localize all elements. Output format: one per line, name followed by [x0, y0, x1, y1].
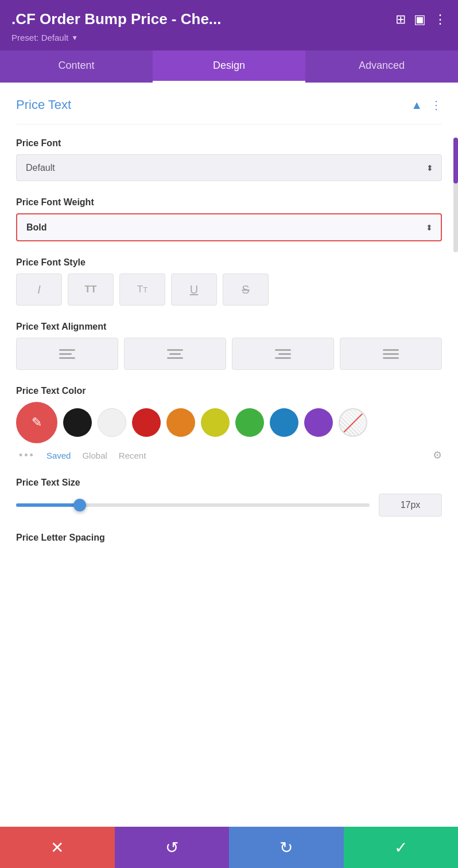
redo-button[interactable]: ↻: [229, 827, 344, 868]
header-top: .CF Order Bump Price - Che... ⊞ ▣ ⋮: [11, 10, 447, 28]
alignment-buttons: [16, 338, 442, 370]
more-colors-dots[interactable]: •••: [19, 449, 35, 462]
price-text-alignment-label: Price Text Alignment: [16, 322, 442, 332]
uppercase-button[interactable]: TT: [68, 273, 114, 306]
price-font-style-label: Price Font Style: [16, 257, 442, 268]
tab-content[interactable]: Content: [0, 50, 153, 83]
color-swatch-purple[interactable]: [304, 408, 333, 437]
price-font-select[interactable]: Default Arial Georgia Helvetica Times Ne…: [17, 155, 441, 181]
price-font-style-group: Price Font Style I TT TT U S: [16, 257, 442, 306]
save-button[interactable]: ✓: [344, 827, 459, 868]
color-swatch-yellow[interactable]: [201, 408, 230, 437]
color-tab-saved[interactable]: Saved: [46, 451, 71, 460]
underline-button[interactable]: U: [171, 273, 217, 306]
line1: [167, 349, 183, 351]
price-font-group: Price Font Default Arial Georgia Helveti…: [16, 138, 442, 181]
tabs-bar: Content Design Advanced: [0, 50, 458, 83]
line2: [59, 353, 72, 355]
cancel-icon: ✕: [51, 838, 64, 857]
align-left-button[interactable]: [16, 338, 118, 370]
line3: [167, 357, 183, 359]
save-icon: ✓: [394, 838, 407, 857]
price-text-size-slider-row: 17px: [16, 494, 442, 517]
price-text-color-group: Price Text Color ✎ ••• Saved Global Rece…: [16, 386, 442, 462]
price-font-label: Price Font: [16, 138, 442, 148]
line3: [59, 357, 75, 359]
color-settings-icon[interactable]: ⚙: [433, 449, 442, 462]
line1: [275, 349, 291, 351]
color-tabs-row: ••• Saved Global Recent ⚙: [16, 449, 442, 462]
undo-icon: ↺: [165, 838, 178, 857]
color-tab-recent[interactable]: Recent: [119, 451, 146, 460]
price-font-weight-select[interactable]: Thin Light Regular Bold Extra Bold Black: [17, 214, 441, 240]
section-header: Price Text ▲ ⋮: [16, 83, 442, 124]
bottom-bar: ✕ ↺ ↻ ✓: [0, 827, 458, 868]
preset-dropdown-arrow: ▼: [71, 34, 78, 42]
cancel-button[interactable]: ✕: [0, 827, 115, 868]
page-title: .CF Order Bump Price - Che...: [11, 10, 222, 28]
capitalize-button[interactable]: TT: [119, 273, 165, 306]
line3: [275, 357, 291, 359]
font-style-buttons: I TT TT U S: [16, 273, 442, 306]
color-swatch-green[interactable]: [235, 408, 264, 437]
color-swatch-red[interactable]: [132, 408, 161, 437]
scrollbar-thumb[interactable]: [453, 138, 458, 183]
color-swatch-white[interactable]: [98, 408, 126, 437]
header-icons: ⊞ ▣ ⋮: [395, 12, 447, 27]
line1: [59, 349, 75, 351]
line2: [383, 353, 399, 355]
color-swatch-none[interactable]: [339, 408, 367, 437]
eyedropper-icon: ✎: [32, 415, 42, 430]
price-text-size-label: Price Text Size: [16, 478, 442, 488]
tab-design[interactable]: Design: [153, 50, 305, 83]
price-font-weight-select-wrapper: Thin Light Regular Bold Extra Bold Black…: [16, 213, 442, 241]
align-justify-button[interactable]: [340, 338, 442, 370]
slider-thumb[interactable]: [73, 499, 86, 511]
price-text-alignment-group: Price Text Alignment: [16, 322, 442, 370]
frame-icon[interactable]: ⊞: [395, 12, 406, 27]
align-center-icon: [167, 349, 183, 359]
collapse-icon[interactable]: ▲: [411, 99, 422, 112]
italic-button[interactable]: I: [16, 273, 62, 306]
align-justify-icon: [383, 349, 399, 359]
eyedropper-swatch[interactable]: ✎: [16, 402, 57, 443]
price-text-color-label: Price Text Color: [16, 386, 442, 396]
redo-icon: ↻: [280, 838, 293, 857]
columns-icon[interactable]: ▣: [414, 12, 426, 27]
color-tab-global[interactable]: Global: [82, 451, 107, 460]
slider-track[interactable]: [16, 503, 370, 507]
price-letter-spacing-group: Price Letter Spacing: [16, 533, 442, 543]
strikethrough-button[interactable]: S: [223, 273, 269, 306]
header: .CF Order Bump Price - Che... ⊞ ▣ ⋮ Pres…: [0, 0, 458, 50]
align-right-button[interactable]: [232, 338, 334, 370]
tab-advanced[interactable]: Advanced: [305, 50, 458, 83]
price-text-size-input[interactable]: 17px: [379, 494, 442, 517]
more-options-icon[interactable]: ⋮: [434, 12, 447, 27]
undo-button[interactable]: ↺: [115, 827, 230, 868]
color-swatch-blue[interactable]: [270, 408, 298, 437]
align-left-icon: [59, 349, 75, 359]
price-font-weight-group: Price Font Weight Thin Light Regular Bol…: [16, 197, 442, 241]
price-font-select-wrapper: Default Arial Georgia Helvetica Times Ne…: [16, 154, 442, 181]
price-font-weight-label: Price Font Weight: [16, 197, 442, 208]
line1: [383, 349, 399, 351]
line2: [278, 353, 291, 355]
section-menu-icon[interactable]: ⋮: [430, 98, 442, 112]
preset-label: Preset: Default: [11, 33, 68, 42]
main-panel: Price Text ▲ ⋮ Price Font Default Arial …: [0, 83, 458, 868]
color-swatches-row: ✎: [16, 402, 442, 443]
section-title: Price Text: [16, 97, 71, 112]
color-swatch-black[interactable]: [63, 408, 92, 437]
align-center-button[interactable]: [124, 338, 226, 370]
scrollbar[interactable]: [453, 138, 458, 252]
price-text-size-group: Price Text Size 17px: [16, 478, 442, 517]
section-controls: ▲ ⋮: [411, 98, 442, 112]
slider-fill: [16, 503, 80, 507]
align-right-icon: [275, 349, 291, 359]
color-swatch-orange[interactable]: [166, 408, 195, 437]
line3: [383, 357, 399, 359]
preset-row[interactable]: Preset: Default ▼: [11, 33, 447, 50]
line2: [169, 353, 181, 355]
price-letter-spacing-label: Price Letter Spacing: [16, 533, 442, 543]
